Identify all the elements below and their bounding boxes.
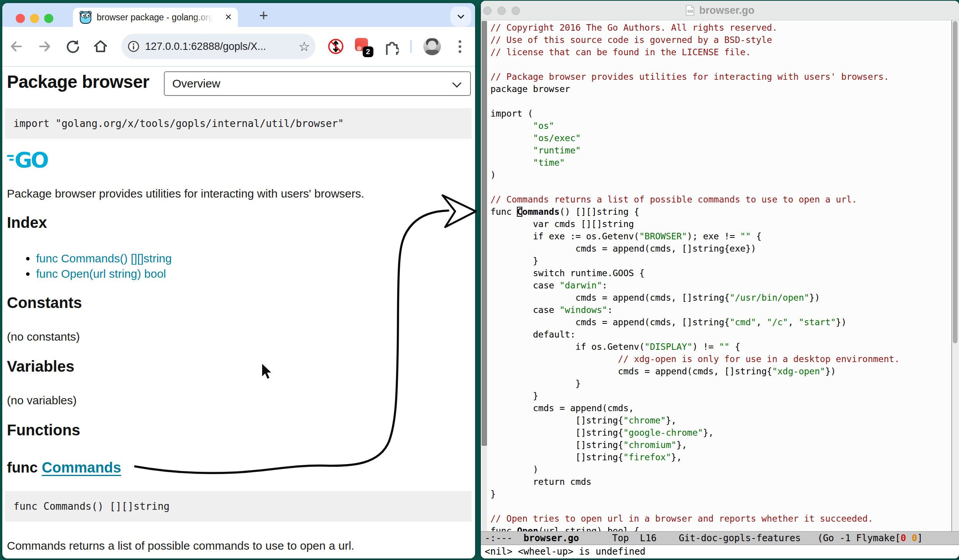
home-icon[interactable] bbox=[92, 38, 109, 55]
code-line: // Commands returns a list of possible c… bbox=[490, 193, 949, 206]
index-list: func Commands() [][]string func Open(url… bbox=[2, 251, 172, 282]
code-line: cmds = append(cmds, []string{"/usr/bin/o… bbox=[490, 292, 949, 304]
code-line: []string{"firefox"}, bbox=[490, 451, 949, 463]
forward-icon[interactable] bbox=[36, 38, 53, 55]
url-text[interactable]: 127.0.0.1:62888/gopls/X... bbox=[145, 34, 266, 59]
code-line bbox=[490, 58, 949, 71]
code-line: } bbox=[490, 255, 949, 267]
browser-tab[interactable]: browser package - golang.org × bbox=[73, 8, 238, 27]
modeline-segment: -:--- bbox=[485, 533, 523, 544]
modeline-segment: ] bbox=[917, 533, 923, 544]
reload-icon[interactable] bbox=[64, 38, 81, 55]
avatar-face bbox=[428, 41, 436, 50]
chevron-down-icon bbox=[452, 78, 461, 87]
extensions-puzzle-icon[interactable] bbox=[382, 38, 399, 55]
code-line: "runtime" bbox=[490, 144, 949, 156]
chrome-toolbar: 127.0.0.1:62888/gopls/X... ☆ 2 bbox=[2, 27, 475, 67]
zoom-window-button-inactive[interactable] bbox=[512, 7, 520, 15]
code-line: switch runtime.GOOS { bbox=[490, 267, 949, 279]
code-line: "os" bbox=[490, 120, 949, 132]
tab-search-button[interactable] bbox=[451, 7, 471, 26]
minimize-window-button-inactive[interactable] bbox=[497, 7, 506, 15]
extension-badge: 2 bbox=[363, 46, 373, 57]
chevron-down-icon bbox=[456, 11, 466, 22]
modeline-segment bbox=[906, 533, 911, 544]
code-line: // license that can be found in the LICE… bbox=[490, 46, 949, 58]
code-line: } bbox=[490, 390, 949, 402]
emacs-window: GO browser.go // Copyright 2016 The Go A… bbox=[481, 1, 959, 558]
func-commands-heading: func Commands bbox=[7, 460, 121, 476]
minimize-window-button[interactable] bbox=[30, 14, 39, 23]
close-window-button[interactable] bbox=[16, 14, 25, 23]
func-prefix: func bbox=[7, 460, 42, 476]
close-window-button-inactive[interactable] bbox=[483, 7, 492, 15]
gopls-doc-page: Package browser Overview import "golang.… bbox=[2, 67, 475, 558]
index-link-open[interactable]: func Open(url string) bool bbox=[36, 267, 166, 280]
code-line bbox=[490, 500, 949, 512]
constants-body: (no constants) bbox=[7, 330, 80, 343]
emacs-title-bar[interactable]: GO browser.go bbox=[481, 1, 959, 20]
func-description: Commands returns a list of possible comm… bbox=[7, 539, 354, 552]
emacs-left-scrollbar-thumb[interactable] bbox=[482, 21, 487, 446]
toolbar-separator bbox=[410, 40, 412, 53]
go-file-icon: GO bbox=[685, 5, 695, 16]
constants-heading: Constants bbox=[7, 294, 82, 311]
address-bar[interactable]: 127.0.0.1:62888/gopls/X... ☆ bbox=[121, 34, 315, 59]
modeline-segment: Top L16 Git-doc-gopls-features (Go -1 Fl… bbox=[579, 533, 901, 544]
emacs-right-scrollbar-thumb[interactable] bbox=[953, 21, 957, 343]
list-item: func Commands() [][]string bbox=[2, 251, 172, 266]
session-extension-icon[interactable]: 2 bbox=[355, 38, 370, 55]
code-line bbox=[490, 95, 949, 107]
doc-view-select[interactable]: Overview bbox=[164, 71, 471, 96]
zoom-window-button[interactable] bbox=[44, 14, 53, 23]
code-line: var cmds [][]string bbox=[490, 218, 949, 230]
code-line: // Use of this source code is governed b… bbox=[490, 34, 949, 46]
index-link-commands[interactable]: func Commands() [][]string bbox=[36, 252, 172, 265]
doc-view-select-value: Overview bbox=[172, 77, 220, 90]
code-line: // Package browser provides utilities fo… bbox=[490, 71, 949, 83]
code-line: ) bbox=[490, 463, 949, 476]
code-line: if exe := os.Getenv("BROWSER"); exe != "… bbox=[490, 230, 949, 242]
bookmark-star-icon[interactable]: ☆ bbox=[299, 39, 310, 54]
code-line: "os/exec" bbox=[490, 132, 949, 144]
code-line: []string{"chrome"}, bbox=[490, 414, 949, 427]
package-description: Package browser provides utilities for i… bbox=[7, 187, 364, 200]
emacs-modeline: -:--- browser.go Top L16 Git-doc-gopls-f… bbox=[481, 531, 959, 545]
code-line: ) bbox=[490, 169, 949, 181]
code-line: []string{"google-chrome"}, bbox=[490, 427, 949, 439]
chrome-menu-icon[interactable] bbox=[454, 38, 466, 55]
site-info-icon[interactable] bbox=[127, 40, 140, 53]
index-heading: Index bbox=[7, 214, 47, 231]
autoplay-blocker-extension-icon[interactable] bbox=[327, 38, 344, 55]
code-line: // xdg-open is only for use in a desktop… bbox=[490, 353, 949, 365]
code-line: package browser bbox=[490, 83, 949, 95]
variables-heading: Variables bbox=[7, 358, 74, 375]
code-line: if os.Getenv("DISPLAY") != "" { bbox=[490, 341, 949, 353]
func-signature-box: func Commands() [][]string bbox=[5, 491, 472, 522]
func-commands-link[interactable]: Commands bbox=[42, 460, 121, 476]
code-line: "time" bbox=[490, 156, 949, 169]
code-line: } bbox=[490, 488, 949, 500]
code-line: default: bbox=[490, 328, 949, 341]
desktop: browser package - golang.org × + bbox=[0, 0, 959, 560]
profile-avatar[interactable] bbox=[423, 38, 441, 55]
tab-close-icon[interactable]: × bbox=[223, 12, 234, 23]
back-icon[interactable] bbox=[8, 38, 25, 55]
code-line: case "windows": bbox=[490, 304, 949, 316]
emacs-window-title: browser.go bbox=[699, 5, 754, 16]
variables-body: (no variables) bbox=[7, 394, 77, 407]
tab-title-fade bbox=[193, 9, 218, 25]
modeline-segment: 0 bbox=[912, 533, 917, 544]
code-line: cmds = append(cmds, []string{"cmd", "/c"… bbox=[490, 316, 949, 328]
go-logo: GO bbox=[7, 146, 57, 171]
chrome-window: browser package - golang.org × + bbox=[2, 3, 475, 558]
import-statement-box: import "golang.org/x/tools/gopls/interna… bbox=[5, 108, 472, 139]
page-title: Package browser bbox=[7, 71, 149, 92]
emacs-buffer[interactable]: // Copyright 2016 The Go Authors. All ri… bbox=[490, 20, 949, 532]
code-line: case "darwin": bbox=[490, 279, 949, 292]
code-line bbox=[490, 181, 949, 193]
go-gopher-favicon bbox=[79, 11, 92, 24]
code-line: cmds = append(cmds, bbox=[490, 402, 949, 414]
new-tab-button[interactable]: + bbox=[255, 7, 272, 24]
code-line: import ( bbox=[490, 107, 949, 120]
